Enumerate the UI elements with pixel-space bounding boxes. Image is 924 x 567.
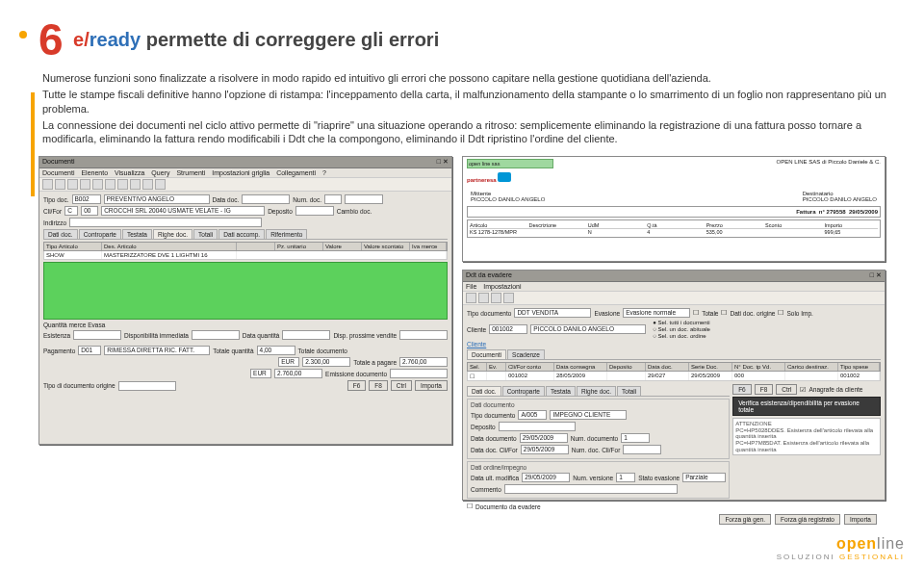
- grid-row[interactable]: ☐ 001002 28/05/2009 29/027 29/05/2009 00…: [467, 372, 881, 381]
- toolbar-btn[interactable]: [466, 293, 476, 303]
- btn-f6[interactable]: F6: [347, 380, 367, 391]
- menu-strumenti[interactable]: Strumenti: [176, 169, 205, 176]
- fld-pag-desc[interactable]: RIMESSA DIRETTA RIC. FATT.: [104, 346, 210, 355]
- tab-righe[interactable]: Righe doc.: [153, 229, 192, 239]
- fld[interactable]: 29/05/2009: [521, 445, 569, 454]
- btn-f6[interactable]: F6: [732, 384, 752, 395]
- radio-tutti[interactable]: Sel. tutti i documenti: [653, 320, 710, 325]
- menu-collegamenti[interactable]: Collegamenti: [276, 169, 316, 176]
- menu-visualizza[interactable]: Visualizza: [115, 169, 144, 176]
- chk-da-evadere[interactable]: Documento da evadere: [475, 503, 541, 510]
- radio-abituale[interactable]: Sel. un doc. abituale: [653, 326, 710, 332]
- fld[interactable]: IMPEGNO CLIENTE: [550, 410, 627, 420]
- toolbar-btn[interactable]: [80, 179, 90, 190]
- fld-num-doc[interactable]: [345, 194, 383, 204]
- fld-data-doc[interactable]: [242, 194, 290, 204]
- fld-emis[interactable]: [390, 369, 448, 378]
- fld-data-q[interactable]: [282, 330, 330, 340]
- btn-forza-gen[interactable]: Forza già gen.: [719, 514, 771, 525]
- fld-num-doc-s[interactable]: [324, 194, 342, 204]
- menu-help[interactable]: ?: [322, 169, 326, 176]
- grid-row[interactable]: SHOW MASTERIZZATORE DVE 1 LIGHTMI 16: [43, 251, 448, 260]
- toolbar-btn[interactable]: [491, 293, 501, 303]
- menubar[interactable]: Documenti Elenento Visualizza Query Stru…: [39, 168, 451, 178]
- fld-origine[interactable]: [118, 381, 176, 391]
- fld-tipo-doc-desc[interactable]: PREVENTIVO ANGELO: [104, 194, 210, 204]
- tab-righe[interactable]: Righe doc.: [577, 386, 616, 396]
- tab-riferimento[interactable]: Riferimento: [266, 229, 307, 239]
- fld-cliente-code[interactable]: 001002: [489, 324, 527, 334]
- fld[interactable]: [499, 422, 576, 431]
- toolbar-btn[interactable]: [105, 179, 116, 190]
- toolbar-btn[interactable]: [478, 293, 489, 303]
- tab-documenti[interactable]: Documenti: [467, 349, 506, 359]
- fld[interactable]: Parziale: [682, 473, 726, 482]
- menu-documenti[interactable]: Documenti: [42, 169, 74, 176]
- grid-green-rows[interactable]: [43, 262, 448, 320]
- btn-verify[interactable]: Verifica esistenza/dipendibilità per eva…: [732, 397, 881, 416]
- fld-cliente-name[interactable]: PICCOLO DANILO ANGELO: [530, 324, 646, 334]
- fld[interactable]: A/005: [518, 410, 547, 420]
- fld[interactable]: 1: [621, 433, 650, 443]
- menu-impostazioni[interactable]: Impostazioni: [483, 283, 521, 290]
- fld[interactable]: 29/05/2009: [520, 433, 568, 443]
- cell: MASTERIZZATORE DVE 1 LIGHTMI 16: [102, 251, 237, 259]
- fld-commento[interactable]: [504, 484, 678, 494]
- tab-controparte[interactable]: Controparte: [502, 386, 545, 396]
- toolbar-btn[interactable]: [130, 179, 141, 190]
- tab-accomp[interactable]: Dati accomp.: [218, 229, 265, 239]
- fld-clifor-n[interactable]: 00: [81, 206, 98, 216]
- chk-dati-origine[interactable]: Dati doc. origine: [730, 310, 775, 317]
- fld-clifor-desc[interactable]: CROCCHI SRL 20040 USMATE VELATE - IG: [101, 206, 265, 216]
- tab-testata[interactable]: Testata: [546, 386, 576, 396]
- chk-totale[interactable]: Totale: [702, 310, 718, 317]
- fld-indirizzo[interactable]: [69, 218, 262, 227]
- tab-totali[interactable]: Totali: [193, 229, 218, 239]
- fld-pag[interactable]: D01: [78, 346, 101, 355]
- toolbar-btn[interactable]: [117, 179, 128, 190]
- btn-importa[interactable]: Importa: [844, 514, 877, 525]
- fld-tot-q[interactable]: 4,00: [257, 346, 295, 355]
- menu-elemento[interactable]: Elenento: [81, 169, 108, 176]
- btn-f8[interactable]: F8: [755, 384, 774, 395]
- btn-ctrl[interactable]: Ctrl: [391, 380, 412, 391]
- btn-f8[interactable]: F8: [369, 380, 388, 391]
- link-cliente[interactable]: Cliente: [467, 341, 486, 348]
- menu-query[interactable]: Query: [151, 169, 169, 176]
- toolbar-btn[interactable]: [155, 179, 166, 190]
- chk-anagrafe[interactable]: Anagrafe da cliente: [808, 386, 862, 393]
- fld[interactable]: [623, 445, 661, 454]
- tab-totali[interactable]: Totali: [617, 386, 641, 396]
- menu-impostazioni[interactable]: Impostazioni griglia: [212, 169, 270, 176]
- tab-controparte[interactable]: Controparte: [79, 229, 121, 239]
- toolbar-btn[interactable]: [42, 179, 53, 190]
- chk-solo-imp[interactable]: Solo Imp.: [786, 310, 812, 317]
- fld-tipo-doc[interactable]: B002: [72, 194, 101, 204]
- toolbar-btn[interactable]: [55, 179, 65, 190]
- tab-testata[interactable]: Testata: [122, 229, 152, 239]
- fld-disp[interactable]: [192, 330, 240, 340]
- menu-file[interactable]: File: [466, 283, 476, 290]
- toolbar-btn[interactable]: [92, 179, 103, 190]
- fld-tipo-doc[interactable]: DDT VENDITA: [514, 308, 591, 318]
- btn-forza-reg[interactable]: Forza già registrato: [775, 514, 840, 525]
- window-controls[interactable]: □ ✕: [870, 271, 882, 280]
- toolbar-btn[interactable]: [142, 179, 153, 190]
- fld-esistenza[interactable]: [73, 330, 121, 340]
- btn-ctrl[interactable]: Ctrl: [776, 384, 797, 395]
- tab-dati-doc[interactable]: Dati doc.: [43, 229, 78, 239]
- window-controls[interactable]: □ ✕: [437, 158, 449, 167]
- fld[interactable]: 29/05/2009: [522, 473, 570, 482]
- tab-dati-doc[interactable]: Dati doc.: [467, 386, 501, 396]
- tab-scadenze[interactable]: Scadenze: [507, 349, 545, 359]
- toolbar-btn[interactable]: [67, 179, 78, 190]
- toolbar-btn[interactable]: [503, 293, 514, 303]
- menubar[interactable]: File Impostazioni: [463, 282, 885, 292]
- fld[interactable]: 1: [616, 473, 635, 482]
- radio-ordine[interactable]: Sel. un doc. ordine: [653, 333, 710, 339]
- fld-disp-prox[interactable]: [399, 330, 448, 340]
- fld-clifor-c[interactable]: C: [64, 206, 78, 216]
- fld-evasione[interactable]: Evasione normale: [623, 308, 690, 318]
- fld-deposito[interactable]: [295, 206, 334, 216]
- btn-importa[interactable]: Importa: [415, 380, 448, 391]
